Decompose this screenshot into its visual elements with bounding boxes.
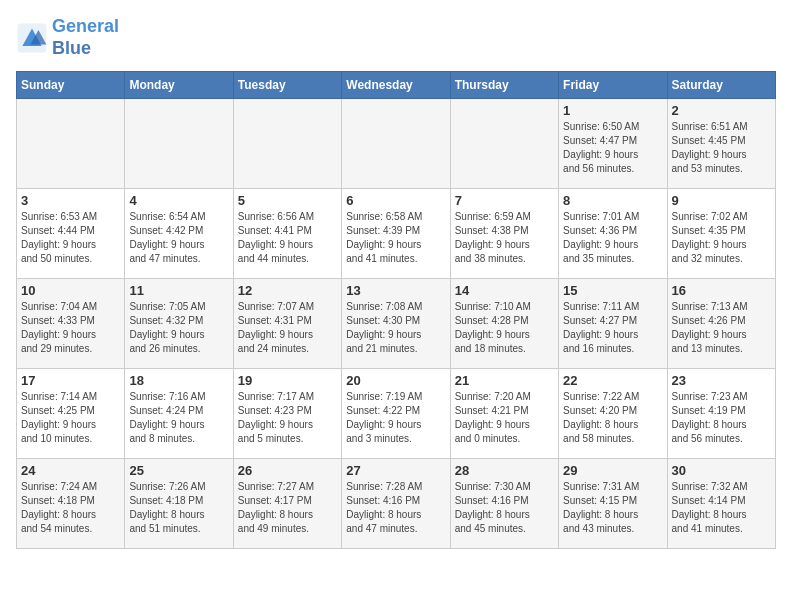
calendar-cell: 21Sunrise: 7:20 AM Sunset: 4:21 PM Dayli… xyxy=(450,369,558,459)
calendar-cell xyxy=(342,99,450,189)
calendar-cell: 2Sunrise: 6:51 AM Sunset: 4:45 PM Daylig… xyxy=(667,99,775,189)
logo-text: General Blue xyxy=(52,16,119,59)
day-detail: Sunrise: 7:32 AM Sunset: 4:14 PM Dayligh… xyxy=(672,480,771,536)
day-detail: Sunrise: 6:59 AM Sunset: 4:38 PM Dayligh… xyxy=(455,210,554,266)
day-number: 21 xyxy=(455,373,554,388)
calendar-cell: 22Sunrise: 7:22 AM Sunset: 4:20 PM Dayli… xyxy=(559,369,667,459)
day-detail: Sunrise: 7:10 AM Sunset: 4:28 PM Dayligh… xyxy=(455,300,554,356)
day-detail: Sunrise: 6:53 AM Sunset: 4:44 PM Dayligh… xyxy=(21,210,120,266)
calendar-cell: 23Sunrise: 7:23 AM Sunset: 4:19 PM Dayli… xyxy=(667,369,775,459)
calendar-cell: 28Sunrise: 7:30 AM Sunset: 4:16 PM Dayli… xyxy=(450,459,558,549)
day-detail: Sunrise: 7:11 AM Sunset: 4:27 PM Dayligh… xyxy=(563,300,662,356)
day-detail: Sunrise: 6:58 AM Sunset: 4:39 PM Dayligh… xyxy=(346,210,445,266)
calendar-cell: 15Sunrise: 7:11 AM Sunset: 4:27 PM Dayli… xyxy=(559,279,667,369)
calendar-cell: 11Sunrise: 7:05 AM Sunset: 4:32 PM Dayli… xyxy=(125,279,233,369)
calendar-cell: 24Sunrise: 7:24 AM Sunset: 4:18 PM Dayli… xyxy=(17,459,125,549)
header-tuesday: Tuesday xyxy=(233,72,341,99)
calendar-cell: 26Sunrise: 7:27 AM Sunset: 4:17 PM Dayli… xyxy=(233,459,341,549)
calendar-cell: 16Sunrise: 7:13 AM Sunset: 4:26 PM Dayli… xyxy=(667,279,775,369)
day-detail: Sunrise: 7:13 AM Sunset: 4:26 PM Dayligh… xyxy=(672,300,771,356)
calendar-cell: 7Sunrise: 6:59 AM Sunset: 4:38 PM Daylig… xyxy=(450,189,558,279)
calendar-cell: 29Sunrise: 7:31 AM Sunset: 4:15 PM Dayli… xyxy=(559,459,667,549)
day-detail: Sunrise: 7:08 AM Sunset: 4:30 PM Dayligh… xyxy=(346,300,445,356)
day-detail: Sunrise: 7:07 AM Sunset: 4:31 PM Dayligh… xyxy=(238,300,337,356)
calendar-week-5: 24Sunrise: 7:24 AM Sunset: 4:18 PM Dayli… xyxy=(17,459,776,549)
calendar-cell: 17Sunrise: 7:14 AM Sunset: 4:25 PM Dayli… xyxy=(17,369,125,459)
day-detail: Sunrise: 7:02 AM Sunset: 4:35 PM Dayligh… xyxy=(672,210,771,266)
logo: General Blue xyxy=(16,16,119,59)
calendar-cell: 30Sunrise: 7:32 AM Sunset: 4:14 PM Dayli… xyxy=(667,459,775,549)
calendar-cell: 13Sunrise: 7:08 AM Sunset: 4:30 PM Dayli… xyxy=(342,279,450,369)
calendar-cell xyxy=(125,99,233,189)
day-number: 11 xyxy=(129,283,228,298)
day-number: 25 xyxy=(129,463,228,478)
day-detail: Sunrise: 7:04 AM Sunset: 4:33 PM Dayligh… xyxy=(21,300,120,356)
day-detail: Sunrise: 6:51 AM Sunset: 4:45 PM Dayligh… xyxy=(672,120,771,176)
day-number: 26 xyxy=(238,463,337,478)
day-detail: Sunrise: 7:16 AM Sunset: 4:24 PM Dayligh… xyxy=(129,390,228,446)
calendar-cell: 14Sunrise: 7:10 AM Sunset: 4:28 PM Dayli… xyxy=(450,279,558,369)
day-detail: Sunrise: 6:54 AM Sunset: 4:42 PM Dayligh… xyxy=(129,210,228,266)
page-header: General Blue xyxy=(16,16,776,59)
day-number: 22 xyxy=(563,373,662,388)
calendar-cell: 4Sunrise: 6:54 AM Sunset: 4:42 PM Daylig… xyxy=(125,189,233,279)
day-number: 24 xyxy=(21,463,120,478)
day-number: 12 xyxy=(238,283,337,298)
day-detail: Sunrise: 7:22 AM Sunset: 4:20 PM Dayligh… xyxy=(563,390,662,446)
calendar-cell: 27Sunrise: 7:28 AM Sunset: 4:16 PM Dayli… xyxy=(342,459,450,549)
day-number: 28 xyxy=(455,463,554,478)
calendar-table: SundayMondayTuesdayWednesdayThursdayFrid… xyxy=(16,71,776,549)
calendar-cell: 20Sunrise: 7:19 AM Sunset: 4:22 PM Dayli… xyxy=(342,369,450,459)
calendar-cell: 6Sunrise: 6:58 AM Sunset: 4:39 PM Daylig… xyxy=(342,189,450,279)
calendar-week-1: 1Sunrise: 6:50 AM Sunset: 4:47 PM Daylig… xyxy=(17,99,776,189)
day-number: 18 xyxy=(129,373,228,388)
calendar-cell: 8Sunrise: 7:01 AM Sunset: 4:36 PM Daylig… xyxy=(559,189,667,279)
day-number: 5 xyxy=(238,193,337,208)
calendar-cell: 10Sunrise: 7:04 AM Sunset: 4:33 PM Dayli… xyxy=(17,279,125,369)
logo-icon xyxy=(16,22,48,54)
calendar-cell xyxy=(17,99,125,189)
calendar-cell xyxy=(450,99,558,189)
day-detail: Sunrise: 7:19 AM Sunset: 4:22 PM Dayligh… xyxy=(346,390,445,446)
day-number: 9 xyxy=(672,193,771,208)
day-detail: Sunrise: 7:01 AM Sunset: 4:36 PM Dayligh… xyxy=(563,210,662,266)
header-monday: Monday xyxy=(125,72,233,99)
day-number: 20 xyxy=(346,373,445,388)
day-number: 16 xyxy=(672,283,771,298)
day-detail: Sunrise: 7:20 AM Sunset: 4:21 PM Dayligh… xyxy=(455,390,554,446)
calendar-week-3: 10Sunrise: 7:04 AM Sunset: 4:33 PM Dayli… xyxy=(17,279,776,369)
day-detail: Sunrise: 7:26 AM Sunset: 4:18 PM Dayligh… xyxy=(129,480,228,536)
day-number: 27 xyxy=(346,463,445,478)
calendar-cell: 25Sunrise: 7:26 AM Sunset: 4:18 PM Dayli… xyxy=(125,459,233,549)
day-number: 14 xyxy=(455,283,554,298)
day-number: 30 xyxy=(672,463,771,478)
header-wednesday: Wednesday xyxy=(342,72,450,99)
calendar-cell: 18Sunrise: 7:16 AM Sunset: 4:24 PM Dayli… xyxy=(125,369,233,459)
day-detail: Sunrise: 7:14 AM Sunset: 4:25 PM Dayligh… xyxy=(21,390,120,446)
calendar-week-2: 3Sunrise: 6:53 AM Sunset: 4:44 PM Daylig… xyxy=(17,189,776,279)
day-detail: Sunrise: 7:05 AM Sunset: 4:32 PM Dayligh… xyxy=(129,300,228,356)
day-number: 15 xyxy=(563,283,662,298)
day-detail: Sunrise: 7:24 AM Sunset: 4:18 PM Dayligh… xyxy=(21,480,120,536)
day-number: 2 xyxy=(672,103,771,118)
day-detail: Sunrise: 7:30 AM Sunset: 4:16 PM Dayligh… xyxy=(455,480,554,536)
header-friday: Friday xyxy=(559,72,667,99)
day-number: 8 xyxy=(563,193,662,208)
calendar-cell: 1Sunrise: 6:50 AM Sunset: 4:47 PM Daylig… xyxy=(559,99,667,189)
day-number: 13 xyxy=(346,283,445,298)
day-detail: Sunrise: 7:27 AM Sunset: 4:17 PM Dayligh… xyxy=(238,480,337,536)
day-number: 7 xyxy=(455,193,554,208)
day-detail: Sunrise: 6:56 AM Sunset: 4:41 PM Dayligh… xyxy=(238,210,337,266)
calendar-cell: 5Sunrise: 6:56 AM Sunset: 4:41 PM Daylig… xyxy=(233,189,341,279)
calendar-header-row: SundayMondayTuesdayWednesdayThursdayFrid… xyxy=(17,72,776,99)
day-number: 6 xyxy=(346,193,445,208)
calendar-cell: 19Sunrise: 7:17 AM Sunset: 4:23 PM Dayli… xyxy=(233,369,341,459)
header-saturday: Saturday xyxy=(667,72,775,99)
calendar-cell: 12Sunrise: 7:07 AM Sunset: 4:31 PM Dayli… xyxy=(233,279,341,369)
day-number: 17 xyxy=(21,373,120,388)
day-number: 23 xyxy=(672,373,771,388)
day-number: 1 xyxy=(563,103,662,118)
day-number: 4 xyxy=(129,193,228,208)
header-sunday: Sunday xyxy=(17,72,125,99)
day-number: 3 xyxy=(21,193,120,208)
